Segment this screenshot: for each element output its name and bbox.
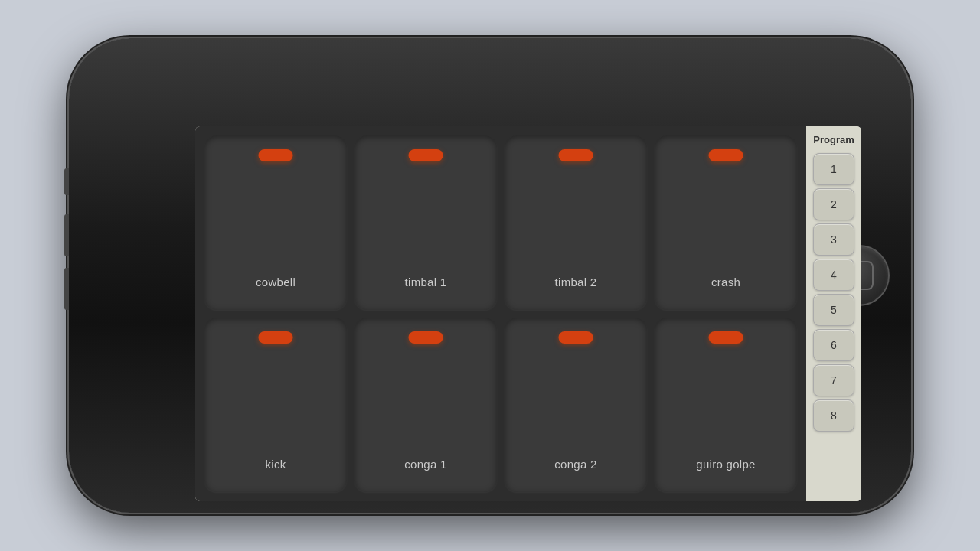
- pad-guirogolpe[interactable]: guiro golpe: [655, 318, 797, 492]
- program-btn-3[interactable]: 3: [813, 223, 854, 256]
- pad-indicator-kick: [259, 331, 293, 344]
- program-btn-5[interactable]: 5: [813, 294, 854, 326]
- program-btn-4[interactable]: 4: [813, 259, 854, 291]
- pad-indicator-conga1: [409, 331, 443, 344]
- phone-screen: cowbelltimbal 1timbal 2crashkickconga 1c…: [195, 126, 861, 501]
- side-button-vol-down[interactable]: [64, 268, 69, 310]
- program-label: Program: [813, 134, 854, 145]
- pad-label-kick: kick: [265, 458, 286, 471]
- pad-indicator-timbal1: [409, 149, 443, 161]
- pads-area: cowbelltimbal 1timbal 2crashkickconga 1c…: [195, 126, 806, 501]
- pad-indicator-crash: [709, 149, 743, 161]
- pad-crash[interactable]: crash: [655, 135, 797, 310]
- program-btn-1[interactable]: 1: [813, 153, 854, 185]
- pad-label-timbal2: timbal 2: [555, 276, 597, 289]
- program-btn-6[interactable]: 6: [813, 329, 854, 361]
- pad-indicator-conga2: [559, 331, 593, 344]
- pad-timbal1[interactable]: timbal 1: [354, 135, 497, 310]
- program-btn-7[interactable]: 7: [813, 364, 854, 396]
- pad-label-crash: crash: [711, 276, 740, 289]
- pad-kick[interactable]: kick: [204, 318, 347, 492]
- side-button-mute[interactable]: [64, 168, 69, 195]
- pad-label-conga2: conga 2: [554, 458, 596, 471]
- pad-indicator-timbal2: [559, 149, 593, 161]
- program-sidebar: Program 12345678: [806, 126, 861, 501]
- pad-label-guirogolpe: guiro golpe: [696, 458, 756, 471]
- pad-indicator-cowbell: [259, 149, 293, 161]
- program-btn-8[interactable]: 8: [813, 399, 854, 432]
- pad-label-conga1: conga 1: [404, 458, 446, 471]
- pad-cowbell[interactable]: cowbell: [204, 135, 347, 310]
- pad-indicator-guirogolpe: [709, 331, 743, 344]
- pad-label-cowbell: cowbell: [256, 276, 296, 289]
- pad-conga1[interactable]: conga 1: [354, 318, 497, 492]
- pad-conga2[interactable]: conga 2: [505, 318, 647, 492]
- program-btn-2[interactable]: 2: [813, 188, 854, 220]
- pad-label-timbal1: timbal 1: [405, 276, 447, 289]
- phone-device: cowbelltimbal 1timbal 2crashkickconga 1c…: [69, 38, 911, 513]
- side-button-vol-up[interactable]: [64, 214, 69, 256]
- pad-timbal2[interactable]: timbal 2: [505, 135, 647, 310]
